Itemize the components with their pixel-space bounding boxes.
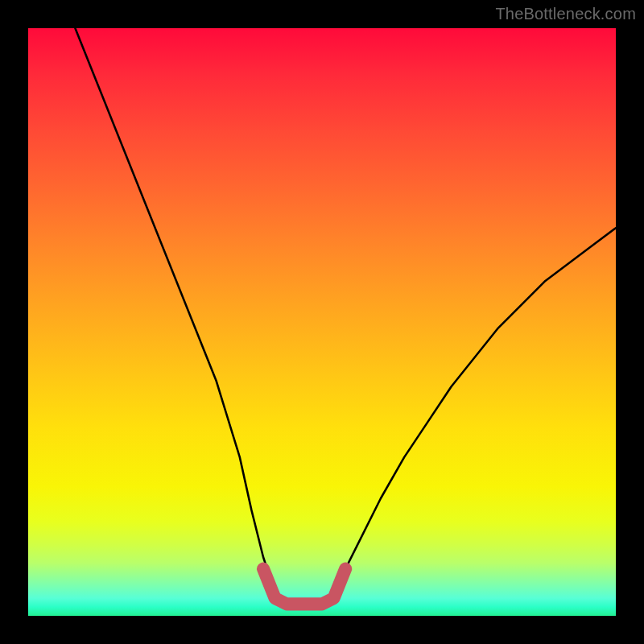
chart-frame: TheBottleneck.com xyxy=(0,0,644,644)
watermark-text: TheBottleneck.com xyxy=(495,5,636,23)
curve-svg xyxy=(28,28,616,616)
bottleneck-curve-path xyxy=(75,28,616,604)
plot-area xyxy=(28,28,616,616)
bottom-highlight-path xyxy=(263,569,345,605)
